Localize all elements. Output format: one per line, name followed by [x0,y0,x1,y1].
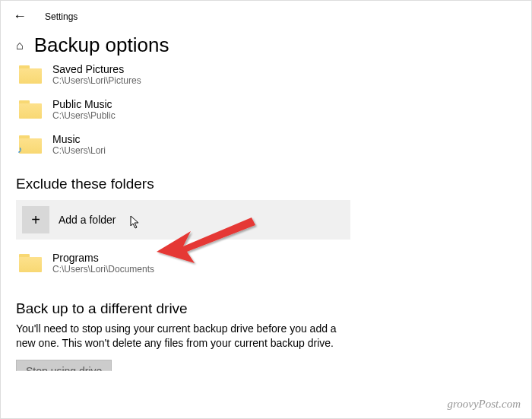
folder-item[interactable]: ♪ Music C:\Users\Lori [16,127,350,162]
folder-name: Music [52,133,106,145]
app-title: Settings [45,11,78,22]
home-icon[interactable]: ⌂ [16,39,24,52]
music-note-icon: ♪ [17,144,23,155]
switch-drive-desc: You'll need to stop using your current b… [16,322,350,351]
folder-icon [19,65,42,84]
folder-icon: ♪ [19,135,42,154]
folder-path: C:\Users\Lori\Pictures [52,75,141,86]
folder-path: C:\Users\Lori\Documents [52,264,154,275]
switch-drive-title: Back up to a different drive [16,300,350,317]
exclude-section-title: Exclude these folders [16,176,350,192]
folder-item[interactable]: Programs C:\Users\Lori\Documents [16,246,350,281]
plus-icon: + [22,206,49,233]
folder-item[interactable]: Saved Pictures C:\Users\Lori\Pictures [16,57,350,92]
page-title: Backup options [34,33,169,57]
stop-using-drive-button[interactable]: Stop using drive [16,360,112,382]
cursor-icon [130,215,142,230]
add-folder-button[interactable]: + Add a folder [16,200,350,240]
folder-path: C:\Users\Public [52,110,116,121]
folder-path: C:\Users\Lori [52,145,106,156]
watermark: groovyPost.com [447,398,521,411]
folder-name: Saved Pictures [52,63,141,75]
folder-icon [19,100,42,119]
folder-name: Public Music [52,98,116,110]
folder-icon [19,254,42,272]
folder-item[interactable]: Public Music C:\Users\Public [16,92,350,127]
folder-name: Programs [52,252,154,264]
add-folder-label: Add a folder [59,214,116,226]
back-button[interactable]: ← [13,8,27,24]
